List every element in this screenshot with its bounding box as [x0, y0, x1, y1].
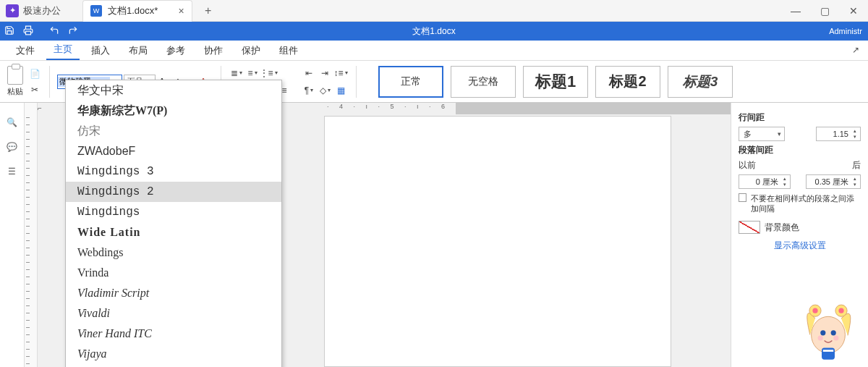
menu-addins[interactable]: 组件	[272, 41, 305, 60]
line-spacing-label: 行间距	[739, 111, 861, 124]
font-option[interactable]: Wide Latin	[66, 222, 281, 242]
minimize-button[interactable]: —	[781, 5, 810, 17]
font-option[interactable]: 华康新综艺W7(P)	[66, 101, 281, 121]
tab-close-icon[interactable]: ×	[178, 5, 184, 17]
show-advanced-link[interactable]: 显示高级设置	[739, 240, 861, 252]
font-option[interactable]: Webdings	[66, 242, 281, 263]
multilevel-icon[interactable]: ⋮≡	[260, 66, 276, 80]
font-option[interactable]: Wingdings 2	[66, 182, 281, 202]
style-heading2[interactable]: 标题2	[595, 66, 660, 98]
indent-icon[interactable]: ⇥	[317, 66, 333, 80]
headings-icon[interactable]: ☰	[8, 166, 16, 177]
font-option[interactable]: Viner Hand ITC	[66, 324, 281, 344]
menu-file[interactable]: 文件	[9, 41, 42, 60]
cut-icon[interactable]: ✂	[27, 83, 42, 96]
comments-icon[interactable]: 💬	[7, 142, 17, 152]
font-option[interactable]: 华文中宋	[66, 80, 281, 101]
font-option[interactable]: Wingdings	[66, 202, 281, 222]
svg-point-1	[812, 316, 846, 353]
svg-point-7	[831, 330, 836, 335]
left-sidebar: 🔍 💬 ☰	[0, 103, 25, 367]
bullets-icon[interactable]: ≣	[229, 66, 244, 80]
ruler-margin	[456, 103, 731, 114]
paste-icon[interactable]	[7, 66, 23, 85]
numbering-icon[interactable]: ≡	[244, 66, 260, 80]
style-gallery: 正常 无空格 标题1 标题2 标题3	[378, 66, 733, 98]
menu-bar: 文件 主页 插入 布局 参考 协作 保护 组件 ↗	[0, 41, 868, 61]
style-normal[interactable]: 正常	[378, 66, 443, 98]
line-spacing-value[interactable]: 1.15▴▾	[816, 127, 861, 141]
svg-point-4	[812, 308, 817, 313]
line-spacing-mode[interactable]: 多	[739, 127, 785, 141]
space-before-field[interactable]: 0 厘米▴▾	[739, 174, 791, 189]
font-option[interactable]: Vivaldi	[66, 303, 281, 324]
open-file-location-icon[interactable]: ↗	[852, 45, 859, 55]
font-option[interactable]: Vladimir Script	[66, 283, 281, 303]
font-dropdown-list[interactable]: 华文中宋华康新综艺W7(P)仿宋ZWAdobeFWingdings 3Wingd…	[65, 80, 282, 367]
copy-icon[interactable]: 📄	[27, 67, 42, 80]
titlebar: ✦ 极速办公 W 文档1.docx* × + — ▢ ✕	[0, 0, 868, 22]
svg-rect-8	[822, 348, 835, 360]
maximize-button[interactable]: ▢	[810, 5, 839, 17]
no-space-checkbox[interactable]	[739, 193, 746, 202]
menu-home[interactable]: 主页	[46, 40, 80, 60]
nonprinting-icon[interactable]: ▦	[333, 83, 349, 98]
font-option[interactable]: Vijaya	[66, 344, 281, 364]
menu-insert[interactable]: 插入	[84, 41, 117, 60]
svg-point-5	[838, 308, 843, 313]
line-spacing-icon[interactable]: ↕≡	[333, 66, 349, 80]
style-heading3[interactable]: 标题3	[668, 66, 733, 98]
font-option[interactable]: Vrinda	[66, 263, 281, 283]
menu-reference[interactable]: 参考	[159, 41, 192, 60]
tab-title: 文档1.docx*	[108, 4, 158, 17]
app-name: 极速办公	[23, 4, 61, 17]
para-spacing-label: 段落间距	[739, 144, 861, 156]
menu-collab[interactable]: 协作	[197, 41, 230, 60]
quick-access-bar: 文档1.docx Administr	[0, 22, 868, 41]
print-icon[interactable]	[19, 25, 38, 38]
shading-icon[interactable]: ◇	[317, 83, 333, 98]
mascot-icon	[796, 299, 861, 364]
font-option[interactable]: Wingdings 3	[66, 161, 281, 182]
app-logo-icon: ✦	[6, 4, 19, 17]
before-label: 以前	[739, 159, 756, 172]
redo-icon[interactable]	[64, 25, 82, 38]
after-label: 后	[852, 159, 861, 172]
undo-icon[interactable]	[45, 25, 64, 38]
paste-label: 粘贴	[7, 86, 23, 97]
vertical-ruler	[25, 103, 38, 367]
svg-point-10	[818, 335, 823, 340]
style-heading1[interactable]: 标题1	[523, 66, 588, 98]
font-option[interactable]: 仿宋	[66, 121, 281, 141]
paragraph-mark-icon[interactable]: ¶	[301, 83, 317, 98]
no-space-label: 不要在相同样式的段落之间添加间隔	[751, 193, 861, 214]
svg-point-11	[833, 335, 838, 340]
doc-icon: W	[90, 5, 102, 17]
font-option[interactable]: Verdana	[66, 364, 281, 367]
separator	[49, 66, 50, 98]
svg-rect-0	[26, 31, 31, 35]
new-tab-button[interactable]: +	[200, 4, 217, 17]
user-label: Administr	[829, 27, 862, 35]
font-option[interactable]: ZWAdobeF	[66, 141, 281, 161]
doc-title: 文档1.docx	[412, 25, 455, 38]
menu-layout[interactable]: 布局	[122, 41, 155, 60]
bg-color-swatch[interactable]	[739, 221, 760, 234]
bg-color-label: 背景颜色	[765, 222, 799, 234]
space-after-field[interactable]: 0.35 厘米▴▾	[806, 174, 861, 189]
style-nospacing[interactable]: 无空格	[451, 66, 516, 98]
search-icon[interactable]: 🔍	[7, 117, 17, 127]
close-button[interactable]: ✕	[839, 5, 868, 17]
document-tab[interactable]: W 文档1.docx* ×	[82, 0, 192, 22]
separator	[356, 66, 357, 98]
save-icon[interactable]	[0, 25, 19, 38]
svg-point-6	[820, 330, 825, 335]
svg-rect-9	[823, 350, 833, 352]
outdent-icon[interactable]: ⇤	[301, 66, 317, 80]
menu-protect[interactable]: 保护	[234, 41, 268, 60]
page[interactable]	[324, 116, 671, 367]
